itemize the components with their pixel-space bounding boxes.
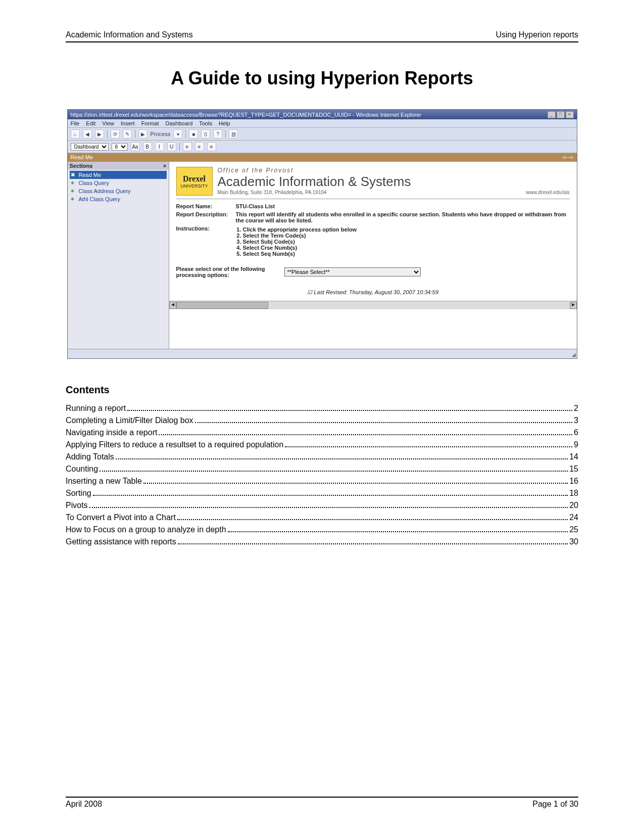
bold-icon[interactable]: B: [143, 142, 152, 151]
sidebar: Sections × Read Me Class Query Class Add…: [68, 162, 169, 349]
drexel-logo: Drexel UNIVERSITY: [176, 167, 213, 196]
toolbar-secondary[interactable]: Dashboard 8 Aa B I U ≡ ≡ ≡: [68, 141, 577, 153]
report-desc-label: Report Description:: [176, 211, 232, 223]
refresh-icon[interactable]: ⟳: [111, 129, 120, 138]
chevron-down-icon[interactable]: ▾: [173, 129, 182, 138]
toc-leader: [89, 507, 568, 508]
toc-page: 3: [574, 416, 578, 425]
italic-icon[interactable]: I: [155, 142, 164, 151]
toc-page: 30: [569, 537, 578, 546]
style-select[interactable]: Dashboard: [71, 143, 109, 151]
maximize-icon[interactable]: □: [557, 111, 565, 118]
separator: [135, 130, 135, 138]
home-icon[interactable]: ⌂: [71, 129, 80, 138]
menu-help[interactable]: Help: [219, 120, 230, 126]
toc-entry[interactable]: Adding Totals14: [66, 452, 578, 461]
toc-label: Running a report: [66, 404, 126, 413]
sidebar-close-icon[interactable]: ×: [163, 163, 166, 169]
align-right-icon[interactable]: ≡: [207, 142, 216, 151]
toc-label: Getting assistance with reports: [66, 537, 176, 546]
align-left-icon[interactable]: ≡: [183, 142, 192, 151]
main-pane: Drexel UNIVERSITY Office of the Provost …: [169, 162, 577, 349]
report-name-label: Report Name:: [176, 203, 232, 209]
contents-heading: Contents: [66, 384, 578, 396]
scroll-left-icon[interactable]: ◀: [169, 302, 176, 309]
toc-entry[interactable]: Completing a Limit/Filter Dialog box3: [66, 416, 578, 425]
toc-entry[interactable]: Getting assistance with reports30: [66, 537, 578, 546]
toc-entry[interactable]: To Convert a Pivot into a Chart24: [66, 513, 578, 522]
process-label: Process: [151, 131, 171, 137]
scroll-right-icon[interactable]: ▶: [570, 302, 577, 309]
stop-icon[interactable]: ■: [189, 129, 198, 138]
underline-icon[interactable]: U: [167, 142, 176, 151]
status-bar: ◢: [68, 349, 577, 358]
toc-page: 18: [569, 489, 578, 498]
help-icon[interactable]: ?: [213, 129, 222, 138]
toc-page: 24: [569, 513, 578, 522]
horizontal-scrollbar[interactable]: ◀ ▶: [169, 301, 577, 309]
toolbar-primary[interactable]: ⌂ ◀ ▶ ⟳ ✎ ▶ Process ▾ ■ ⎙ ? ▥: [68, 128, 577, 141]
menubar[interactable]: File Edit View Insert Format Dashboard T…: [68, 119, 577, 128]
toc-leader: [285, 446, 572, 447]
menu-dashboard[interactable]: Dashboard: [166, 120, 193, 126]
toc-leader: [178, 543, 568, 544]
sidebar-item-athl-class-query[interactable]: Athl Class Query: [70, 195, 167, 203]
minimize-icon[interactable]: _: [548, 111, 556, 118]
print-icon[interactable]: ⎙: [201, 129, 210, 138]
toc-entry[interactable]: Applying Filters to reduce a resultset t…: [66, 440, 578, 449]
process-select[interactable]: **Please Select**: [284, 267, 421, 276]
separator: [107, 130, 108, 138]
resize-grip-icon[interactable]: ◢: [572, 352, 576, 357]
scroll-thumb[interactable]: [176, 302, 268, 309]
toc-leader: [195, 422, 573, 423]
office-label: Office of the Provost: [218, 167, 570, 174]
menu-insert[interactable]: Insert: [121, 120, 135, 126]
toc-entry[interactable]: Navigating inside a report6: [66, 428, 578, 437]
header-right: Using Hyperion reports: [496, 30, 578, 39]
sidebar-item-readme[interactable]: Read Me: [70, 171, 167, 179]
run-icon[interactable]: ▶: [138, 129, 147, 138]
toc-leader: [127, 410, 572, 411]
back-icon[interactable]: ◀: [83, 129, 92, 138]
toc-entry[interactable]: Sorting18: [66, 489, 578, 498]
toc-entry[interactable]: Pivots20: [66, 501, 578, 510]
separator: [225, 130, 226, 138]
revised-icon: ☑: [307, 289, 312, 295]
menu-file[interactable]: File: [71, 120, 80, 126]
menu-edit[interactable]: Edit: [86, 120, 95, 126]
report-desc-value: This report will identify all students w…: [236, 211, 570, 223]
close-icon[interactable]: ×: [566, 111, 574, 118]
toc-entry[interactable]: Running a report2: [66, 404, 578, 413]
toc-entry[interactable]: Counting15: [66, 465, 578, 474]
instructions-label: Instructions:: [176, 225, 232, 257]
toc-entry[interactable]: How to Focus on a group to analyze in de…: [66, 525, 578, 534]
window-controls[interactable]: _□×: [547, 111, 574, 118]
toc-entry[interactable]: Inserting a new Table16: [66, 477, 578, 486]
tool-icon[interactable]: ✎: [123, 129, 132, 138]
window-url-title: https://zion.irttest.drexel.edu/workspac…: [71, 112, 421, 118]
toc-label: Counting: [66, 465, 98, 474]
active-tab[interactable]: Read Me: [71, 154, 93, 161]
menu-format[interactable]: Format: [141, 120, 159, 126]
footer-page: Page 1 of 30: [532, 800, 578, 809]
toc-leader: [100, 471, 568, 472]
menu-view[interactable]: View: [102, 120, 114, 126]
separator: [185, 130, 186, 138]
separator: [179, 143, 180, 151]
chart-icon[interactable]: ▥: [229, 129, 238, 138]
toc-label: To Convert a Pivot into a Chart: [66, 513, 176, 522]
sidebar-item-class-address-query[interactable]: Class Address Query: [70, 187, 167, 195]
align-center-icon[interactable]: ≡: [195, 142, 204, 151]
sidebar-item-class-query[interactable]: Class Query: [70, 179, 167, 187]
tab-nav-icons[interactable]: ⇦ ⇨: [563, 154, 573, 161]
forward-icon[interactable]: ▶: [95, 129, 104, 138]
report-name-value: STU-Class List: [236, 203, 570, 209]
header-left: Academic Information and Systems: [66, 30, 193, 39]
menu-tools[interactable]: Tools: [199, 120, 212, 126]
font-icon[interactable]: Aa: [131, 142, 140, 151]
size-select[interactable]: 8: [112, 143, 128, 151]
toc-label: Applying Filters to reduce a resultset t…: [66, 440, 283, 449]
toc-leader: [93, 495, 568, 496]
toc-page: 16: [569, 477, 578, 486]
instructions-list: Click the appropriate process option bel…: [243, 226, 570, 257]
